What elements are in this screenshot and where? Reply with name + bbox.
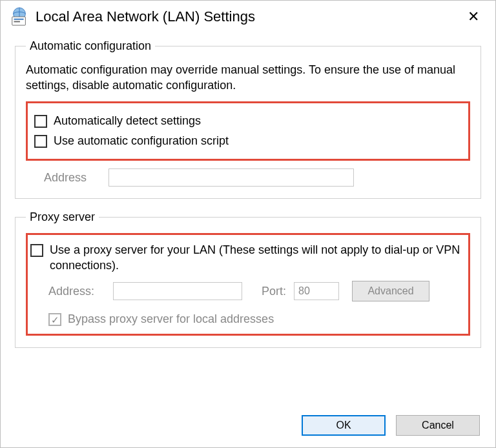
svg-rect-2 <box>14 19 24 20</box>
auto-script-checkbox[interactable] <box>34 135 47 148</box>
proxy-address-input <box>113 282 242 300</box>
auto-address-row: Address <box>44 168 470 187</box>
bypass-checkbox <box>48 313 61 326</box>
proxy-server-legend: Proxy server <box>26 210 99 224</box>
proxy-address-row: Address: Port: Advanced <box>48 281 462 301</box>
dialog-content: Automatic configuration Automatic config… <box>1 32 495 410</box>
proxy-port-input <box>294 282 339 300</box>
bypass-label: Bypass proxy server for local addresses <box>68 312 274 326</box>
bypass-row: Bypass proxy server for local addresses <box>48 312 462 326</box>
proxy-address-label: Address: <box>48 285 113 298</box>
close-icon: ✕ <box>468 8 479 25</box>
auto-highlight-box: Automatically detect settings Use automa… <box>26 101 470 161</box>
advanced-button: Advanced <box>352 281 429 301</box>
svg-rect-3 <box>14 21 20 23</box>
auto-detect-checkbox[interactable] <box>34 115 47 128</box>
proxy-highlight-box: Use a proxy server for your LAN (These s… <box>26 233 470 336</box>
proxy-use-label: Use a proxy server for your LAN (These s… <box>50 243 462 273</box>
auto-address-label: Address <box>44 171 108 185</box>
auto-script-row: Use automatic configuration script <box>34 134 462 148</box>
automatic-configuration-desc: Automatic configuration may override man… <box>26 62 470 94</box>
auto-address-input <box>108 168 354 187</box>
proxy-use-row: Use a proxy server for your LAN (These s… <box>30 243 462 273</box>
auto-script-label: Use automatic configuration script <box>54 134 229 148</box>
proxy-port-label: Port: <box>262 285 286 298</box>
automatic-configuration-group: Automatic configuration Automatic config… <box>15 39 481 199</box>
dialog-footer: OK Cancel <box>1 410 495 447</box>
close-button[interactable]: ✕ <box>460 10 486 24</box>
dialog-title: Local Area Network (LAN) Settings <box>36 8 460 25</box>
automatic-configuration-legend: Automatic configuration <box>26 39 155 53</box>
proxy-server-group: Proxy server Use a proxy server for your… <box>15 210 481 348</box>
network-settings-icon <box>10 7 29 26</box>
lan-settings-dialog: Local Area Network (LAN) Settings ✕ Auto… <box>0 0 496 448</box>
auto-detect-label: Automatically detect settings <box>54 114 201 128</box>
titlebar: Local Area Network (LAN) Settings ✕ <box>1 1 495 32</box>
proxy-use-checkbox[interactable] <box>30 244 43 257</box>
cancel-button[interactable]: Cancel <box>396 415 480 436</box>
auto-detect-row: Automatically detect settings <box>34 114 462 128</box>
ok-button[interactable]: OK <box>302 415 386 436</box>
